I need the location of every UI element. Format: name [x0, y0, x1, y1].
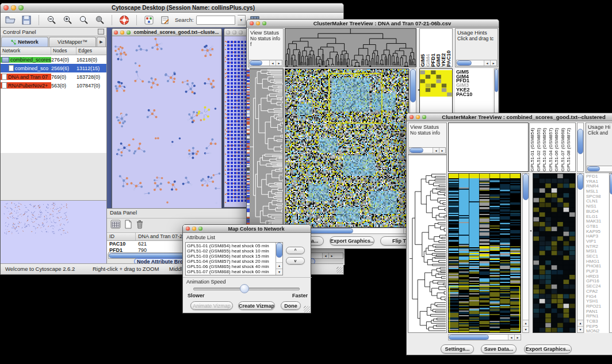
vizmapper-icon[interactable]: [143, 14, 155, 26]
view-status-hscrollbar[interactable]: ◂ ▸: [409, 147, 446, 154]
scroll-right-arrow[interactable]: ▸: [490, 60, 496, 66]
scrollbar-thumb[interactable]: [523, 174, 529, 200]
column-label[interactable]: GPL51-02 (GSM855): [536, 123, 542, 171]
column-label[interactable]: GPL51-01 (GSM854): [530, 123, 536, 171]
export-graphics-button[interactable]: Export Graphics...: [524, 344, 572, 354]
zoom-selected-icon[interactable]: [77, 14, 90, 26]
main-title-bar[interactable]: Cytoscape Desktop (Session Name: collins…: [1, 3, 343, 13]
close-button[interactable]: [186, 227, 190, 231]
birdseye-view[interactable]: [1, 200, 106, 265]
column-label[interactable]: GPL51-07 (GSM868): [560, 123, 567, 171]
zoom-button[interactable]: [262, 21, 266, 25]
help-icon[interactable]: [118, 14, 131, 26]
splitter-arrow-icon[interactable]: ◂: [530, 228, 531, 232]
network-list-item[interactable]: combined_scores 2764(0) 16218(0): [1, 55, 106, 64]
search-input[interactable]: [196, 16, 235, 25]
scroll-right-arrow[interactable]: ▸: [514, 335, 521, 340]
attribute-list-item[interactable]: GPL51-01 (GSM854) heat shock 05 min: [187, 243, 274, 248]
scrollbar-thumb[interactable]: [276, 243, 282, 258]
close-button[interactable]: [410, 115, 414, 119]
heatmap-global-view[interactable]: [448, 173, 521, 333]
column-dendrogram[interactable]: [285, 28, 416, 67]
row-label[interactable]: PAC10: [456, 93, 493, 97]
zoom-button[interactable]: [127, 30, 131, 35]
scroll-right-arrow[interactable]: ▸: [276, 60, 282, 66]
zoom-button[interactable]: [18, 5, 24, 10]
attribute-list-item[interactable]: GPL51-03 (GSM856) heat shock 15 min: [187, 254, 274, 259]
scrollbar-thumb[interactable]: [457, 60, 472, 66]
annotation-icon[interactable]: [159, 14, 171, 26]
minimize-button[interactable]: [11, 5, 16, 10]
move-down-button[interactable]: v: [286, 257, 305, 265]
list-vscrollbar[interactable]: ▴ ▾: [276, 243, 282, 275]
heatmap-vscrollbar[interactable]: ▴ ▾: [522, 173, 529, 333]
row-dendrogram[interactable]: [408, 155, 447, 333]
save-session-button[interactable]: [20, 14, 33, 26]
attribute-list-item[interactable]: GPL51-02 (GSM855) heat shock 10 min: [187, 248, 274, 254]
move-up-button[interactable]: ^: [286, 247, 305, 254]
scroll-left-arrow[interactable]: ◂: [484, 60, 490, 66]
float-panel-icon[interactable]: [98, 29, 104, 35]
heatmap-zoom-view[interactable]: [533, 173, 576, 333]
select-attributes-icon[interactable]: [110, 220, 121, 231]
scrollbar-thumb[interactable]: [410, 69, 416, 102]
treeview2-title-bar[interactable]: ClusterMaker TreeView : combined_scores_…: [407, 113, 612, 121]
save-data-button[interactable]: Save Data...: [481, 344, 517, 354]
minimize-button[interactable]: [256, 21, 260, 25]
export-graphics-button[interactable]: Export Graphics...: [330, 236, 374, 246]
done-button[interactable]: Done: [281, 301, 301, 310]
create-vizmap-button[interactable]: Create Vizmap: [238, 301, 275, 310]
scroll-left-arrow[interactable]: ◂: [322, 253, 328, 258]
row-dendrogram[interactable]: [250, 68, 284, 228]
column-label[interactable]: GIM4: [425, 30, 430, 67]
view-status-hscrollbar[interactable]: ◂ ▸: [249, 60, 282, 66]
column-label[interactable]: GPL51-04 (GSM857): [548, 123, 554, 171]
labels-vscrollbar[interactable]: [609, 173, 612, 333]
slider-thumb[interactable]: [240, 284, 249, 293]
column-label[interactable]: YKE2: [441, 30, 446, 67]
column-dendrogram-area[interactable]: [448, 122, 529, 172]
scrollbar-thumb[interactable]: [577, 174, 583, 190]
scroll-left-arrow[interactable]: ◂: [269, 60, 276, 66]
network-canvas[interactable]: [112, 36, 221, 209]
column-label[interactable]: PFD1: [430, 30, 435, 67]
column-label[interactable]: GIM3: [435, 30, 441, 67]
heatmap-global-view[interactable]: [285, 68, 409, 228]
usage-hints-hscrollbar[interactable]: [587, 166, 612, 172]
column-label[interactable]: GPL51-03 (GSM856): [542, 123, 548, 171]
network-list-item[interactable]: DNA and Tran 07 769(0) 183728(0): [1, 72, 106, 81]
scroll-left-arrow[interactable]: ◂: [508, 335, 514, 340]
scrollbar-thumb[interactable]: [495, 69, 498, 92]
zoom-fit-icon[interactable]: [93, 14, 106, 26]
search-dropdown-icon[interactable]: ▼: [238, 15, 246, 25]
zoom-out-icon[interactable]: [45, 14, 58, 26]
minimize-button[interactable]: [192, 227, 196, 231]
settings-button[interactable]: Settings...: [441, 344, 474, 354]
scroll-down-arrow[interactable]: ▾: [276, 269, 282, 275]
delete-attribute-icon[interactable]: [136, 220, 144, 231]
dialog-title-bar[interactable]: Map Colors to Network: [183, 225, 311, 233]
gene-label[interactable]: MON2: [586, 329, 609, 333]
scroll-right-arrow[interactable]: ▸: [328, 253, 335, 258]
scrollbar-thumb[interactable]: [577, 129, 583, 154]
column-labels-vscrollbar[interactable]: [577, 122, 584, 172]
tab-overflow-button[interactable]: ▶: [97, 37, 106, 47]
tab-network[interactable]: Network: [1, 37, 48, 47]
treeview1-title-bar[interactable]: ClusterMaker TreeView : DNA and Tran 07-…: [247, 20, 499, 28]
attribute-list-item[interactable]: GPL51-06 (GSM865) heat shock 40 min: [187, 264, 274, 269]
minimize-button[interactable]: [232, 30, 236, 35]
column-label[interactable]: GIM5: [420, 30, 425, 67]
minimize-button[interactable]: [120, 30, 124, 35]
scroll-left-arrow[interactable]: ◂: [433, 148, 439, 153]
zoom-button[interactable]: [422, 115, 426, 119]
close-button[interactable]: [226, 30, 230, 35]
heatmap-hscrollbar[interactable]: ◂ ▸: [448, 334, 521, 340]
open-session-button[interactable]: [4, 14, 17, 26]
close-button[interactable]: [114, 30, 118, 35]
scrollbar-thumb[interactable]: [610, 174, 612, 194]
scroll-down-arrow[interactable]: ▾: [523, 326, 529, 332]
zoom-button[interactable]: [239, 30, 243, 35]
attribute-list-item[interactable]: GPL51-07 (GSM868) heat shock 60 min: [187, 269, 274, 274]
scrollbar-thumb[interactable]: [587, 166, 600, 171]
zoom-in-icon[interactable]: [61, 14, 74, 26]
